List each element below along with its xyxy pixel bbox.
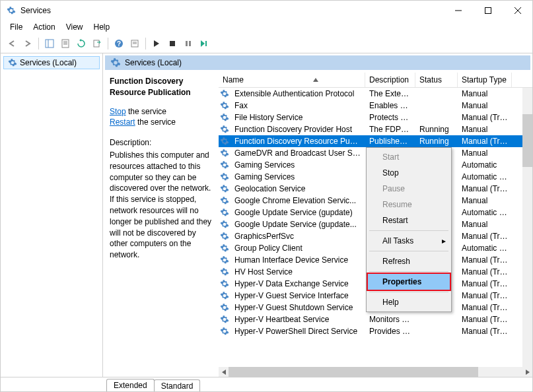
cell-description: The FDPHO... [365,125,415,134]
detail-header-label: Services (Local) [125,58,182,67]
cell-startup: Automatic (... [458,208,512,217]
nav-forward-button[interactable] [20,36,35,51]
vscroll-thumb[interactable] [522,114,532,167]
table-row[interactable]: Function Discovery Provider HostThe FDPH… [219,123,532,135]
tab-standard[interactable]: Standard [154,379,201,392]
gear-icon [220,89,231,98]
tree-node-services-local[interactable]: Services (Local) [3,56,100,69]
table-row[interactable]: File History ServiceProtects use...Manua… [219,112,532,123]
col-status[interactable]: Status [415,73,458,87]
cell-description: Monitors th... [365,315,415,324]
cell-status: Running [415,125,458,134]
cell-name: Group Policy Client [231,244,365,253]
cell-name: File History Service [231,113,365,122]
help-button[interactable]: ? [112,36,126,51]
menu-view[interactable]: View [61,21,89,33]
scroll-thumb[interactable] [229,367,478,377]
cell-description: Enables you... [365,101,415,110]
cell-status: Running [415,137,458,146]
menu-help[interactable]: Help [89,21,116,33]
cell-name: GraphicsPerfSvc [231,232,365,241]
restart-link[interactable]: Restart [110,117,135,127]
ctx-properties[interactable]: Properties [368,274,450,290]
export-button[interactable] [90,36,104,51]
ctx-all-tasks[interactable]: All Tasks▸ [368,233,450,249]
menu-action[interactable]: Action [28,21,60,33]
cell-name: Gaming Services [231,160,365,170]
tree-node-label: Services (Local) [20,58,77,67]
gear-icon [220,291,231,300]
table-row[interactable]: FaxEnables you...Manual [219,100,532,112]
scroll-left-icon[interactable] [219,367,229,377]
cell-description: The Extensi... [365,89,415,98]
gear-icon [220,148,231,158]
maximize-button[interactable] [473,1,503,20]
play-button[interactable] [149,36,164,51]
cell-startup: Automatic (T... [458,172,512,181]
cell-name: HV Host Service [231,267,365,277]
ctx-refresh[interactable]: Refresh [368,253,450,269]
table-row[interactable]: Extensible Authentication ProtocolThe Ex… [219,88,532,100]
gear-icon [220,279,231,288]
vertical-scrollbar[interactable] [522,88,532,367]
stop-link[interactable]: Stop [110,107,126,116]
gear-icon [220,125,231,134]
minimize-button[interactable] [443,1,473,20]
ctx-start[interactable]: Start [368,149,450,165]
tree-pane: Services (Local) [1,53,103,377]
svg-rect-19 [205,41,207,46]
menu-file[interactable]: File [5,21,28,33]
table-row[interactable]: Hyper-V PowerShell Direct ServiceProvide… [219,325,532,337]
gear-icon [220,113,231,122]
ctx-pause[interactable]: Pause [368,181,450,197]
chevron-right-icon: ▸ [442,236,446,245]
gear-icon [220,303,231,312]
gear-icon [220,255,231,265]
nav-back-button[interactable] [5,36,19,51]
restart-button[interactable] [197,36,211,51]
cell-startup: Manual (Trig... [458,137,512,146]
cell-startup: Manual (Trig... [458,315,512,324]
horizontal-scrollbar[interactable] [219,367,532,377]
col-description[interactable]: Description [365,73,415,87]
col-name[interactable]: Name [219,73,365,87]
gear-icon [220,244,231,253]
cell-startup: Manual (Trig... [458,232,512,241]
gear-icon [220,137,231,146]
show-hide-tree-button[interactable] [42,36,57,51]
cell-description: Provides a ... [365,327,415,336]
table-row[interactable]: Hyper-V Heartbeat ServiceMonitors th...M… [219,313,532,325]
cell-startup: Manual (Trig... [458,267,512,277]
scroll-right-icon[interactable] [522,367,532,377]
stop-button[interactable] [165,36,180,51]
close-button[interactable] [503,1,532,20]
tab-extended[interactable]: Extended [106,379,155,391]
cell-name: Hyper-V Data Exchange Service [231,279,365,288]
refresh-button[interactable] [74,36,89,51]
svg-rect-4 [46,40,53,48]
gear-icon [220,315,231,324]
pause-button[interactable] [181,36,195,51]
properties-button[interactable] [58,36,73,51]
ctx-help[interactable]: Help [368,294,450,310]
description-text: Publishes this computer and resources at… [110,150,212,261]
gear-icon [220,208,231,217]
cell-startup: Manual [458,125,512,134]
description-label: Description: [110,137,212,148]
table-row[interactable]: Function Discovery Resource Publi...Publ… [219,135,532,147]
svg-rect-18 [189,41,191,46]
ctx-resume[interactable]: Resume [368,197,450,212]
ctx-stop[interactable]: Stop [368,165,450,181]
help2-button[interactable] [127,36,142,51]
menu-bar: File Action View Help [1,20,532,34]
cell-name: GameDVR and Broadcast User Se... [231,148,365,158]
cell-startup: Manual [458,101,512,110]
cell-startup: Manual [458,220,512,229]
cell-name: Function Discovery Provider Host [231,125,365,134]
cell-description: Protects use... [365,113,415,122]
list-header: Name Description Status Startup Type [219,72,532,88]
cell-name: Google Update Service (gupdate... [231,220,365,229]
ctx-restart[interactable]: Restart [368,212,450,228]
cell-startup: Automatic [458,160,512,170]
col-startup[interactable]: Startup Type [458,73,512,87]
